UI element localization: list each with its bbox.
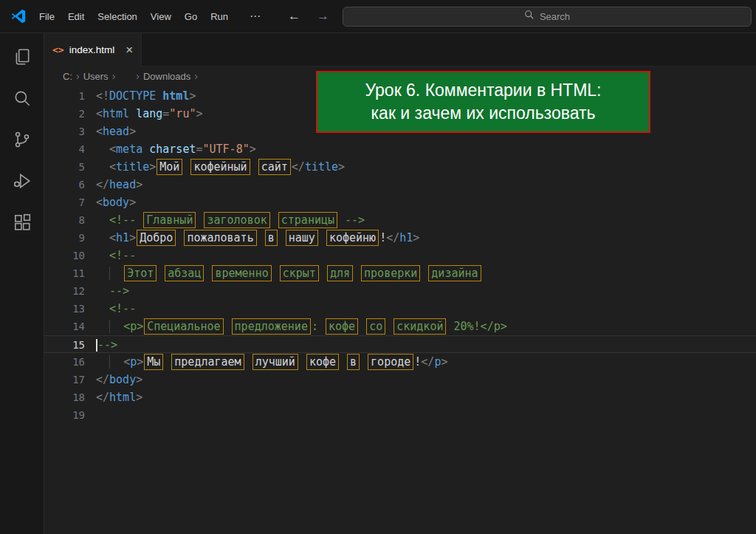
tab-bar: <> index.html ×: [44, 33, 756, 66]
menu-edit[interactable]: Edit: [61, 11, 91, 22]
close-tab-icon[interactable]: ×: [126, 43, 133, 58]
code-line[interactable]: 16 <p>Мы предлагаем лучший кофе в городе…: [44, 353, 756, 371]
code-line[interactable]: 13 <!--: [44, 300, 756, 318]
code-line[interactable]: 12 -->: [44, 282, 756, 300]
code-text: <p>Мы предлагаем лучший кофе в городе!</…: [96, 355, 447, 369]
code-line[interactable]: 15-->: [44, 335, 756, 353]
chevron-right-icon: ›: [134, 70, 141, 82]
code-text: <html lang="ru">: [96, 107, 203, 120]
code-line[interactable]: 9 <h1>Добро пожаловать в нашу кофейню!</…: [44, 229, 756, 247]
tab-label: index.html: [69, 44, 115, 55]
forward-arrow-icon[interactable]: →: [317, 9, 329, 24]
html-file-icon: <>: [52, 44, 64, 55]
code-line[interactable]: 7<body>: [44, 194, 756, 211]
chevron-right-icon: ›: [193, 70, 199, 82]
banner-line1: Урок 6. Комментарии в HTML:: [365, 79, 601, 102]
code-line[interactable]: 18</html>: [44, 388, 756, 406]
lesson-banner: Урок 6. Комментарии в HTML: как и зачем …: [316, 71, 650, 133]
code-line[interactable]: 4 <meta charset="UTF-8">: [44, 140, 756, 158]
code-text: <h1>Добро пожаловать в нашу кофейню!</h1…: [96, 231, 419, 244]
code-text: Этот абзац временно скрыт для проверки д…: [96, 267, 482, 280]
run-debug-icon[interactable]: [6, 165, 38, 197]
code-text: <title>Мой кофейный сайт</title>: [96, 160, 345, 174]
code-line[interactable]: 17</body>: [44, 371, 756, 388]
line-number: 14: [44, 318, 85, 335]
line-number: 7: [44, 194, 85, 211]
code-text: <body>: [96, 196, 136, 209]
editor-content[interactable]: 1<!DOCTYPE html>2<html lang="ru">3<head>…: [44, 86, 756, 534]
explorer-icon[interactable]: [6, 41, 38, 73]
more-menu-button[interactable]: ⋯: [250, 10, 261, 23]
line-number: 16: [44, 353, 85, 371]
search-input[interactable]: Search: [343, 7, 752, 27]
line-number: 11: [44, 264, 85, 282]
code-line[interactable]: 14 <p>Специальное предложение: кофе со с…: [44, 318, 756, 335]
menu-file[interactable]: File: [32, 11, 61, 22]
code-text: <head>: [96, 125, 136, 138]
extensions-icon[interactable]: [6, 206, 38, 239]
title-bar: FileEditSelectionViewGoRun ⋯ ← → Search: [0, 0, 756, 33]
code-text: </html>: [96, 391, 142, 404]
code-text: <p>Специальное предложение: кофе со скид…: [96, 320, 507, 333]
line-number: 10: [44, 247, 85, 264]
code-text: <!--: [96, 249, 136, 262]
breadcrumb-item[interactable]: Downloads: [141, 71, 193, 82]
line-number: 1: [44, 87, 85, 105]
line-number: 15: [44, 336, 85, 354]
line-number: 17: [44, 371, 85, 388]
line-number: 13: [44, 300, 85, 318]
code-line[interactable]: 10 <!--: [44, 247, 756, 264]
line-number: 19: [44, 406, 85, 424]
line-number: 9: [44, 229, 85, 247]
code-line[interactable]: 8 <!-- Главный заголовок страницы -->: [44, 211, 756, 229]
vscode-window: FileEditSelectionViewGoRun ⋯ ← → Search …: [0, 0, 756, 534]
code-line[interactable]: 11 Этот абзац временно скрыт для проверк…: [44, 264, 756, 282]
code-line[interactable]: 5 <title>Мой кофейный сайт</title>: [44, 158, 756, 176]
search-icon: [524, 10, 535, 23]
chevron-right-icon: ›: [75, 70, 81, 82]
code-text: -->: [96, 284, 129, 298]
search-icon[interactable]: [6, 82, 38, 114]
menu-bar: FileEditSelectionViewGoRun: [32, 0, 235, 32]
banner-line2: как и зачем их использовать: [371, 102, 596, 125]
activity-bar: [0, 33, 44, 534]
menu-run[interactable]: Run: [204, 11, 235, 22]
breadcrumb-item[interactable]: Users: [81, 71, 111, 82]
line-number: 4: [44, 140, 85, 158]
code-text: <!-- Главный заголовок страницы -->: [96, 213, 365, 227]
line-number: 18: [44, 388, 85, 406]
line-number: 6: [44, 176, 85, 194]
code-text: </head>: [96, 178, 142, 191]
back-arrow-icon[interactable]: ←: [288, 9, 300, 24]
line-number: 5: [44, 158, 85, 176]
code-text: <!--: [96, 302, 136, 315]
line-number: 3: [44, 123, 85, 140]
line-number: 8: [44, 211, 85, 229]
menu-view[interactable]: View: [144, 11, 178, 22]
code-text: </body>: [96, 373, 142, 386]
code-line[interactable]: 19: [44, 406, 756, 424]
chevron-right-icon: ›: [111, 70, 117, 82]
code-text: <!DOCTYPE html>: [96, 89, 196, 103]
line-number: 2: [44, 105, 85, 123]
breadcrumb-item[interactable]: C:: [61, 71, 75, 82]
search-placeholder: Search: [540, 11, 570, 22]
line-number: 12: [44, 282, 85, 300]
nav-arrows: ← →: [288, 9, 329, 24]
code-line[interactable]: 6</head>: [44, 176, 756, 194]
source-control-icon[interactable]: [6, 123, 38, 156]
tab-index-html[interactable]: <> index.html ×: [44, 33, 142, 66]
menu-go[interactable]: Go: [178, 11, 204, 22]
vscode-logo-icon: [10, 8, 27, 24]
code-text: -->: [96, 338, 117, 352]
code-text: <meta charset="UTF-8">: [96, 143, 256, 156]
menu-selection[interactable]: Selection: [91, 11, 143, 22]
